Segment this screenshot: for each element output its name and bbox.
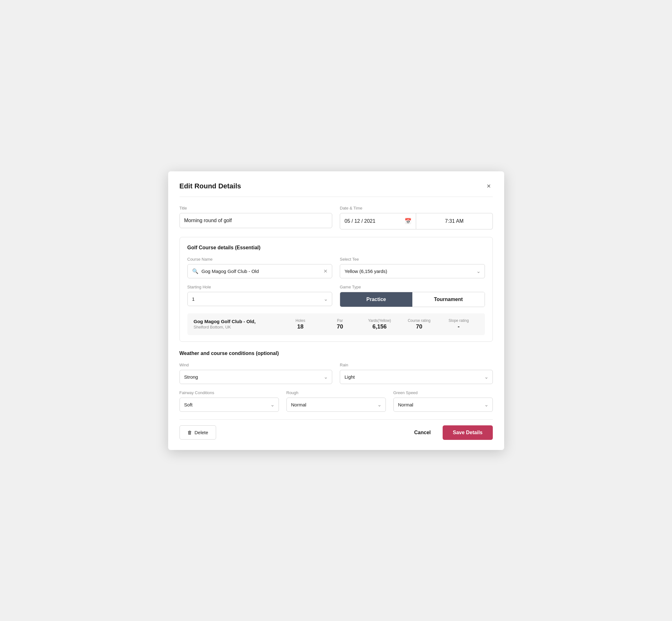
rain-group: Rain None Light Moderate Heavy ⌄ [340,363,493,384]
tee-select-wrap: Yellow (6,156 yards) White Red Blue ⌄ [340,264,485,278]
delete-label: Delete [195,430,208,435]
select-tee-group: Select Tee Yellow (6,156 yards) White Re… [340,257,485,278]
course-name-label: Course Name [187,257,333,261]
date-value: 05 / 12 / 2021 [344,218,375,224]
fairway-rough-green-row: Fairway Conditions Firm Normal Soft Wet … [179,390,493,412]
game-type-label: Game Type [340,285,485,289]
wind-label: Wind [179,363,333,367]
select-tee-label: Select Tee [340,257,485,261]
weather-section-title: Weather and course conditions (optional) [179,350,493,356]
clear-icon[interactable]: ✕ [323,268,328,274]
rough-group: Rough Short Normal Long Very Long ⌄ [287,390,386,412]
slope-rating-value: - [439,323,478,330]
title-field-group: Title [179,206,333,230]
title-label: Title [179,206,333,210]
rough-label: Rough [287,390,386,395]
yards-value: 6,156 [360,323,399,330]
rain-label: Rain [340,363,493,367]
fairway-select-wrap: Firm Normal Soft Wet ⌄ [179,398,279,412]
yards-stat: Yards(Yellow) 6,156 [360,318,399,330]
modal-title: Edit Round Details [179,182,241,190]
title-input[interactable] [179,213,333,228]
wind-select-wrap: None Light Moderate Strong Very Strong ⌄ [179,370,333,384]
calendar-icon: 📅 [405,218,411,225]
time-field[interactable]: 7:31 AM [416,213,493,230]
yards-label: Yards(Yellow) [360,318,399,323]
course-name-tee-row: Course Name 🔍 ✕ Select Tee Yellow (6,156… [187,257,485,278]
trash-icon: 🗑 [187,430,192,435]
wind-rain-row: Wind None Light Moderate Strong Very Str… [179,363,493,384]
course-info-location: Shelford Bottom, UK [194,325,281,329]
holes-stat: Holes 18 [281,318,320,330]
close-button[interactable]: × [485,181,493,191]
delete-button[interactable]: 🗑 Delete [179,425,216,440]
course-rating-stat: Course rating 70 [400,318,439,330]
hole-select-wrap: 1234 5678 910 ⌄ [187,292,333,306]
course-info-name: Gog Magog Golf Club - Old, [194,319,281,324]
rain-select[interactable]: None Light Moderate Heavy [340,370,493,384]
footer-right: Cancel Save Details [409,425,493,440]
green-speed-group: Green Speed Slow Normal Fast Very Fast ⌄ [393,390,493,412]
game-type-group: Game Type Practice Tournament [340,285,485,307]
green-speed-label: Green Speed [393,390,493,395]
course-rating-label: Course rating [400,318,439,323]
game-type-toggle: Practice Tournament [340,292,485,307]
holes-value: 18 [281,323,320,330]
slope-rating-stat: Slope rating - [439,318,478,330]
course-section-title: Golf Course details (Essential) [187,245,485,251]
modal-header: Edit Round Details × [179,181,493,197]
rough-select[interactable]: Short Normal Long Very Long [287,398,386,412]
fairway-label: Fairway Conditions [179,390,279,395]
practice-button[interactable]: Practice [340,292,412,307]
fairway-group: Fairway Conditions Firm Normal Soft Wet … [179,390,279,412]
course-name-input[interactable] [202,268,321,274]
green-speed-select[interactable]: Slow Normal Fast Very Fast [393,398,493,412]
course-rating-value: 70 [400,323,439,330]
course-details-section: Golf Course details (Essential) Course N… [179,237,493,342]
course-name-group: Course Name 🔍 ✕ [187,257,333,278]
weather-section: Weather and course conditions (optional)… [179,350,493,412]
rain-select-wrap: None Light Moderate Heavy ⌄ [340,370,493,384]
datetime-label: Date & Time [340,206,493,210]
fairway-select[interactable]: Firm Normal Soft Wet [179,398,279,412]
wind-group: Wind None Light Moderate Strong Very Str… [179,363,333,384]
date-time-row: 05 / 12 / 2021 📅 7:31 AM [340,213,493,230]
starting-hole-game-type-row: Starting Hole 1234 5678 910 ⌄ Game Type … [187,285,485,307]
time-value: 7:31 AM [445,218,464,224]
wind-select[interactable]: None Light Moderate Strong Very Strong [179,370,333,384]
par-value: 70 [320,323,360,330]
holes-label: Holes [281,318,320,323]
starting-hole-label: Starting Hole [187,285,333,289]
slope-rating-label: Slope rating [439,318,478,323]
date-field[interactable]: 05 / 12 / 2021 📅 [340,213,416,230]
footer-row: 🗑 Delete Cancel Save Details [179,419,493,440]
hole-select[interactable]: 1234 5678 910 [187,292,333,306]
par-label: Par [320,318,360,323]
search-icon: 🔍 [192,268,199,274]
rough-select-wrap: Short Normal Long Very Long ⌄ [287,398,386,412]
save-button[interactable]: Save Details [443,425,493,440]
course-info-card: Gog Magog Golf Club - Old, Shelford Bott… [187,313,485,335]
cancel-button[interactable]: Cancel [409,426,436,439]
course-name-search[interactable]: 🔍 ✕ [187,264,333,278]
edit-round-modal: Edit Round Details × Title Date & Time 0… [168,171,504,450]
green-speed-select-wrap: Slow Normal Fast Very Fast ⌄ [393,398,493,412]
datetime-field-group: Date & Time 05 / 12 / 2021 📅 7:31 AM [340,206,493,230]
par-stat: Par 70 [320,318,360,330]
starting-hole-group: Starting Hole 1234 5678 910 ⌄ [187,285,333,307]
course-info-name-group: Gog Magog Golf Club - Old, Shelford Bott… [194,319,281,329]
tee-select[interactable]: Yellow (6,156 yards) White Red Blue [340,264,485,278]
tournament-button[interactable]: Tournament [412,292,485,307]
title-datetime-row: Title Date & Time 05 / 12 / 2021 📅 7:31 … [179,206,493,230]
